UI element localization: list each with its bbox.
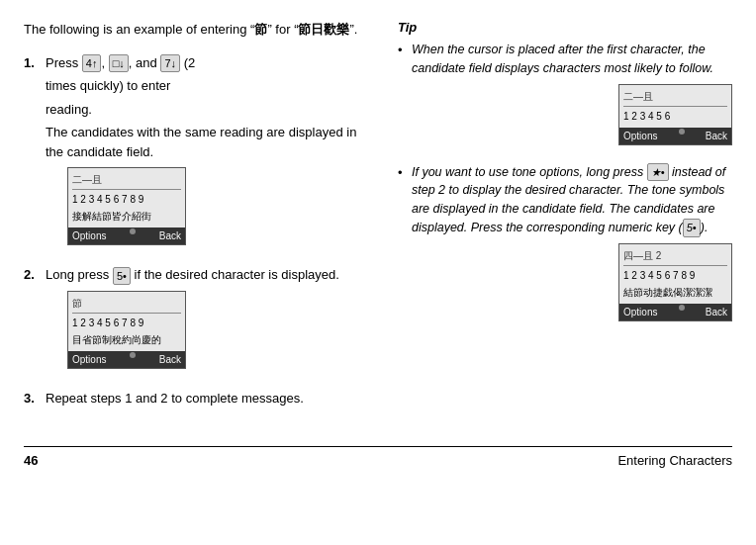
screen-tip1-bar: Options Back (619, 128, 731, 144)
footer-chapter: Entering Characters (617, 453, 732, 468)
screen-tip2-dot (679, 305, 685, 311)
screen-tip1-dot (679, 129, 685, 135)
intro-char: 節 (254, 22, 267, 37)
right-column: Tip • When the cursor is placed after th… (388, 20, 732, 426)
screen-tip1-options: Options (623, 129, 657, 143)
step-3: 3. Repeat steps 1 and 2 to complete mess… (24, 389, 358, 412)
tip-2-em: If you want to use tone options, long pr… (412, 165, 725, 234)
screen-1: 二—且 1 2 3 4 5 6 7 8 9 接解結節皆介紹街 Options B… (67, 167, 186, 245)
main-content: The following is an example of entering … (24, 20, 732, 426)
tip-section: Tip • When the cursor is placed after th… (398, 20, 732, 329)
screen-1-inner: 二—且 1 2 3 4 5 6 7 8 9 接解結節皆介紹街 (68, 168, 185, 227)
screen-1-chars: 1 2 3 4 5 6 7 8 9 (72, 192, 181, 207)
screen-1-back: Back (159, 228, 181, 243)
screen-1-words: 接解結節皆介紹街 (72, 209, 181, 224)
tip-title: Tip (398, 20, 732, 35)
screen-jie-chars: 1 2 3 4 5 6 7 8 9 (72, 316, 181, 330)
step-2: 2. Long press 5• if the desired characte… (24, 265, 358, 375)
tip-2-text: If you want to use tone options, long pr… (412, 163, 732, 237)
key-5dot-tip: 5• (683, 219, 701, 237)
step-1-sub: The candidates with the same reading are… (46, 123, 358, 161)
tip-1-bullet: • (398, 41, 412, 153)
footer: 46 Entering Characters (24, 446, 732, 468)
screen-jie-bar: Options Back (68, 351, 185, 368)
step-2-content: Long press 5• if the desired character i… (46, 265, 358, 375)
screen-tip1-top: 二—且 (623, 89, 727, 107)
screen-tip2-top-text: 四—且 2 (623, 248, 661, 263)
tip-2-bullet: • (398, 163, 412, 329)
screen-1-bar: Options Back (68, 227, 185, 244)
screen-tip1-chars: 1 2 3 4 5 6 (623, 109, 727, 124)
screen-1-dot (130, 228, 136, 234)
key-box: □↓ (109, 54, 129, 73)
screen-jie-inner: 節 1 2 3 4 5 6 7 8 9 目省節制稅約尚慶的 (68, 292, 185, 351)
key-7down: 7↓ (160, 54, 180, 73)
screen-tip2-top: 四—且 2 (623, 248, 727, 266)
screen-jie: 節 1 2 3 4 5 6 7 8 9 目省節制稅約尚慶的 Options Ba… (67, 291, 186, 369)
screen-jie-char: 節 (72, 296, 82, 311)
screen-tip2-chars: 1 2 3 4 5 6 7 8 9 (623, 268, 727, 283)
step-list: 1. Press 4↑, □↓, and 7↓ (2 times quickly… (24, 53, 358, 412)
tip-1-text: When the cursor is placed after the firs… (412, 41, 732, 78)
screen-jie-dot (130, 352, 136, 358)
step-3-content: Repeat steps 1 and 2 to complete message… (46, 389, 358, 412)
step-2-number: 2. (24, 265, 46, 375)
step-1-content: Press 4↑, □↓, and 7↓ (2 times quickly) t… (46, 53, 358, 252)
tip-list: • When the cursor is placed after the fi… (398, 41, 732, 329)
screen-tip1-inner: 二—且 1 2 3 4 5 6 (619, 85, 731, 128)
key-4up: 4↑ (82, 54, 102, 73)
screen-jie-top: 節 (72, 296, 181, 314)
tip-1: • When the cursor is placed after the fi… (398, 41, 732, 153)
screen-jie-words: 目省節制稅約尚慶的 (72, 332, 181, 347)
tip-2: • If you want to use tone options, long … (398, 163, 732, 329)
screen-1-options: Options (72, 228, 106, 243)
screen-tip2-inner: 四—且 2 1 2 3 4 5 6 7 8 9 結節动捷戯偈潔潔潔 (619, 244, 731, 304)
screen-tip2-back: Back (706, 305, 727, 319)
screen-1-top-text: 二—且 (72, 172, 102, 187)
tip-1-em: When the cursor is placed after the firs… (412, 43, 713, 75)
screen-tip1: 二—且 1 2 3 4 5 6 Options Back (618, 84, 732, 145)
step-1-text3: reading. (46, 100, 358, 120)
screen-jie-back: Back (159, 352, 181, 367)
key-5dot: 5• (113, 267, 131, 286)
intro-paragraph: The following is an example of entering … (24, 20, 358, 40)
step-1-text: Press 4↑, □↓, and 7↓ (2 (46, 53, 358, 73)
screen-tip2: 四—且 2 1 2 3 4 5 6 7 8 9 結節动捷戯偈潔潔潔 Option… (618, 243, 732, 321)
screen-tip2-options: Options (623, 305, 657, 319)
screen-tip2-words: 結節动捷戯偈潔潔潔 (623, 285, 727, 300)
intro-word: 節日歡樂 (298, 22, 349, 37)
screen-1-top: 二—且 (72, 172, 181, 190)
step-3-text: Repeat steps 1 and 2 to complete message… (46, 389, 358, 409)
screen-tip2-bar: Options Back (619, 304, 731, 320)
step-1-text2: times quickly) to enter (46, 76, 358, 96)
step-1: 1. Press 4↑, □↓, and 7↓ (2 times quickly… (24, 53, 358, 252)
screen-tip1-top-text: 二—且 (623, 89, 653, 104)
step-1-number: 1. (24, 53, 46, 252)
key-star: ★• (647, 163, 669, 182)
step-2-text: Long press 5• if the desired character i… (46, 265, 358, 285)
footer-page-number: 46 (24, 453, 38, 468)
screen-jie-options: Options (72, 352, 106, 367)
page-container: The following is an example of entering … (24, 20, 732, 468)
tip-1-content: When the cursor is placed after the firs… (412, 41, 732, 153)
left-column: The following is an example of entering … (24, 20, 388, 426)
screen-tip1-back: Back (706, 129, 727, 143)
tip-2-content: If you want to use tone options, long pr… (412, 163, 732, 329)
step-3-number: 3. (24, 389, 46, 412)
